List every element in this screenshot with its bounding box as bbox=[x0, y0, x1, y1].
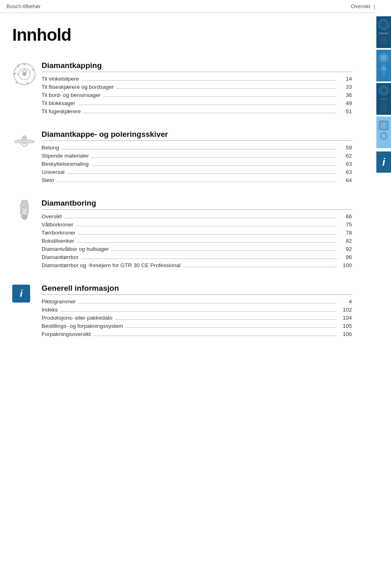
toc-dots bbox=[81, 80, 336, 81]
toc-page: 75 bbox=[339, 222, 352, 228]
toc-page: 106 bbox=[339, 331, 352, 337]
svg-rect-32 bbox=[15, 140, 34, 143]
toc-label: Forpakningsoversikt bbox=[42, 331, 91, 337]
toc-page: 92 bbox=[339, 246, 352, 252]
toc-page: 51 bbox=[339, 108, 352, 114]
section-title-generell: Generell informasjon bbox=[42, 284, 352, 295]
section-generell: i Generell informasjon Piktogrammer4Inde… bbox=[12, 284, 352, 338]
toc-label: Piktogrammer bbox=[42, 298, 76, 305]
toc-dots bbox=[81, 259, 336, 259]
toc-dots bbox=[183, 267, 336, 267]
toc-label: Til blokksager bbox=[42, 100, 75, 106]
toc-page: 105 bbox=[339, 323, 352, 329]
toc-entries-diamantboring: Oversikt66Våtborkroner75Tørrborkroner78B… bbox=[42, 212, 352, 269]
toc-label: Universal bbox=[42, 169, 64, 175]
right-sidebar: i bbox=[376, 0, 391, 173]
toc-page: 59 bbox=[339, 145, 352, 151]
svg-marker-40 bbox=[21, 215, 28, 220]
brand-label: Bosch-tilbehør bbox=[7, 3, 41, 9]
toc-dots bbox=[103, 97, 336, 97]
toc-page: 63 bbox=[339, 161, 352, 167]
toc-item: Til vinkelslipere14 bbox=[42, 75, 352, 83]
toc-entries-diamantkappe: Betong59Slipende materialer62Beskyttelse… bbox=[42, 143, 352, 184]
section-title-diamantboring: Diamantboring bbox=[42, 199, 352, 210]
toc-dots bbox=[62, 149, 336, 149]
section-icon-diamantboring bbox=[12, 199, 42, 224]
svg-point-9 bbox=[381, 88, 387, 93]
section-title-diamantkappe: Diamantkappe- og poleringsskiver bbox=[42, 130, 352, 141]
toc-label: Bokstilsenker bbox=[42, 238, 74, 244]
toc-page: 49 bbox=[339, 100, 352, 106]
section-diamantkappe: Diamantkappe- og poleringsskiver Betong5… bbox=[12, 130, 352, 184]
toc-dots bbox=[78, 303, 336, 303]
toc-item: Våtborkroner75 bbox=[42, 220, 352, 228]
toc-item: Oversikt66 bbox=[42, 212, 352, 220]
toc-dots bbox=[93, 336, 336, 336]
svg-point-5 bbox=[381, 55, 386, 60]
svg-marker-7 bbox=[380, 65, 388, 70]
toc-dots bbox=[78, 105, 336, 105]
toc-item: Til bord- og bensinsager36 bbox=[42, 91, 352, 99]
toc-page: 66 bbox=[339, 213, 352, 219]
sidebar-img-4 bbox=[376, 116, 391, 148]
svg-rect-10 bbox=[381, 99, 386, 100]
toc-label: Oversikt bbox=[42, 213, 62, 219]
toc-page: 64 bbox=[339, 177, 352, 183]
toc-dots bbox=[91, 165, 336, 166]
section-icon-diamantkappe bbox=[12, 130, 42, 155]
toc-item: Bokstilsenker82 bbox=[42, 237, 352, 245]
svg-rect-2 bbox=[379, 33, 389, 34]
toc-entries-diamantkapping: Til vinkelslipere14Til fliseskjærere og … bbox=[42, 75, 352, 115]
toc-item: Til fliseskjærere og bordsager33 bbox=[42, 83, 352, 91]
section-content-diamantboring: Diamantboring Oversikt66Våtborkroner75Tø… bbox=[42, 199, 352, 269]
sidebar-info-badge: i bbox=[376, 151, 391, 173]
separator: | bbox=[373, 3, 375, 9]
svg-rect-36 bbox=[21, 200, 28, 204]
svg-rect-13 bbox=[380, 122, 387, 129]
toc-page: 4 bbox=[339, 298, 352, 305]
svg-point-15 bbox=[382, 134, 386, 138]
toc-label: Diamantvåtbor og hullsager bbox=[42, 246, 109, 252]
toc-dots bbox=[125, 327, 336, 328]
toc-item: Stein64 bbox=[42, 176, 352, 184]
toc-page: 33 bbox=[339, 84, 352, 90]
header: Bosch-tilbehør Oversikt | 3 bbox=[0, 0, 391, 13]
toc-dots bbox=[111, 250, 336, 251]
toc-item: Tørrborkroner78 bbox=[42, 228, 352, 237]
toc-page: 82 bbox=[339, 238, 352, 244]
section-content-generell: Generell informasjon Piktogrammer4Indeks… bbox=[42, 284, 352, 338]
toc-item: Beskyttelsesmaling63 bbox=[42, 160, 352, 168]
toc-label: Til fugeskjærere bbox=[42, 108, 81, 114]
toc-page: 100 bbox=[339, 262, 352, 268]
section-content-diamantkapping: Diamantkapping Til vinkelslipere14Til fl… bbox=[42, 61, 352, 115]
section-diamantboring: Diamantboring Oversikt66Våtborkroner75Tø… bbox=[12, 199, 352, 269]
toc-page: 36 bbox=[339, 92, 352, 98]
toc-label: Diamanttørrbor og -fresejern for GTR 30 … bbox=[42, 262, 180, 268]
toc-dots bbox=[91, 157, 336, 158]
toc-label: Bestillings- og forpakningssystem bbox=[42, 323, 123, 329]
toc-label: Stein bbox=[42, 177, 54, 183]
toc-item: Bestillings- og forpakningssystem105 bbox=[42, 322, 352, 330]
toc-label: Slipende materialer bbox=[42, 153, 89, 159]
page-title: Innhold bbox=[12, 25, 352, 45]
section-icon-diamantkapping bbox=[12, 61, 42, 86]
toc-dots bbox=[57, 182, 336, 182]
section-diamantkapping: Diamantkapping Til vinkelslipere14Til fl… bbox=[12, 61, 352, 115]
toc-page: 104 bbox=[339, 315, 352, 321]
toc-label: Produksjons- eller pakkedato bbox=[42, 315, 112, 321]
toc-page: 62 bbox=[339, 153, 352, 159]
toc-page: 14 bbox=[339, 76, 352, 82]
toc-item: Betong59 bbox=[42, 143, 352, 151]
toc-page: 78 bbox=[339, 230, 352, 236]
toc-dots bbox=[78, 234, 336, 235]
toc-dots bbox=[64, 218, 336, 218]
toc-item: Universal63 bbox=[42, 168, 352, 176]
toc-label: Indeks bbox=[42, 307, 58, 313]
toc-label: Betong bbox=[42, 145, 59, 151]
svg-marker-28 bbox=[29, 71, 31, 73]
svg-marker-11 bbox=[380, 102, 387, 112]
sidebar-img-3 bbox=[376, 83, 391, 115]
toc-item: Piktogrammer4 bbox=[42, 297, 352, 305]
info-icon: i bbox=[12, 285, 30, 303]
toc-item: Slipende materialer62 bbox=[42, 151, 352, 160]
